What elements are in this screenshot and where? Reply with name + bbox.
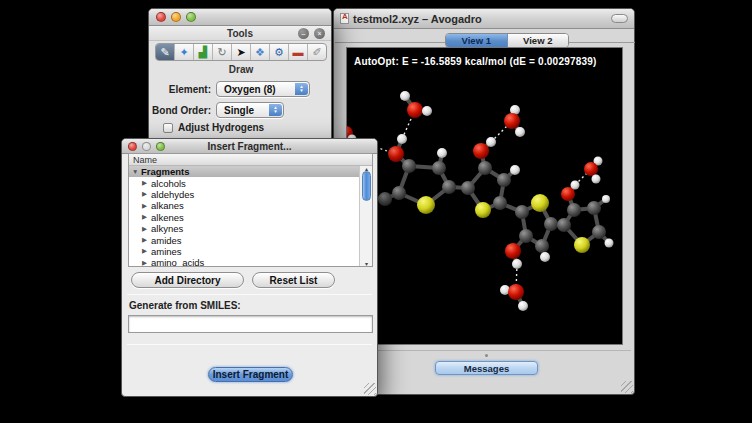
fragment-label: Fragments <box>141 166 190 177</box>
fragment-tree: ▼Fragments▶alcohols▶aldehydes▶alkanes▶al… <box>129 166 359 266</box>
gl-viewport[interactable]: AutoOpt: E = -16.5859 kcal/mol (dE = 0.0… <box>346 47 623 345</box>
expand-icon[interactable]: ▶ <box>142 247 151 255</box>
atom-C <box>461 181 475 195</box>
list-column-header[interactable]: Name <box>129 154 372 166</box>
bond-order-value: Single <box>217 105 254 116</box>
fragment-label: aldehydes <box>151 189 194 200</box>
divider <box>127 294 372 295</box>
splitter-handle[interactable] <box>485 354 488 357</box>
document-icon: A <box>340 13 349 24</box>
atom-C <box>557 218 571 232</box>
splitter-line[interactable] <box>339 350 631 351</box>
atom-C <box>544 217 558 231</box>
atom-C <box>497 173 511 187</box>
navigate-tool[interactable]: ✦ <box>175 44 194 60</box>
zoom-traffic-light[interactable] <box>186 12 196 22</box>
adjust-hydrogens-checkbox[interactable] <box>163 123 173 133</box>
collapse-icon[interactable]: ▼ <box>132 168 141 175</box>
element-value: Oxygen (8) <box>217 84 276 95</box>
fragment-label: alkynes <box>151 223 183 234</box>
atom-C <box>535 239 549 253</box>
selection-tool[interactable]: ➤ <box>232 44 251 60</box>
add-directory-button[interactable]: Add Directory <box>131 272 244 288</box>
dialog-titlebar[interactable]: Insert Fragment... <box>122 139 377 154</box>
tools-dock-title: Tools <box>227 28 253 39</box>
fragment-label: amides <box>151 235 182 246</box>
fragment-tree-item-alkenes[interactable]: ▶alkenes <box>129 212 359 223</box>
fragment-tree-item-aldehydes[interactable]: ▶aldehydes <box>129 189 359 200</box>
draw-tool[interactable]: ✎ <box>156 44 175 60</box>
element-dropdown[interactable]: Oxygen (8) ▲▼ <box>216 81 310 97</box>
scroll-down-icon[interactable]: ▾ <box>360 260 372 266</box>
main-window: A testmol2.xyz – Avogadro View 1 View 2 <box>333 8 635 395</box>
auto-optimize-tool[interactable]: ⚙ <box>270 44 289 60</box>
view-tab-strip: View 1 View 2 <box>335 30 635 48</box>
atom-O <box>505 243 521 259</box>
atom-C <box>478 161 492 175</box>
divider <box>127 344 372 345</box>
align-tool[interactable]: ✐ <box>308 44 326 60</box>
dock-float-icon[interactable]: – <box>298 28 309 39</box>
fragment-label: alcohols <box>151 178 186 189</box>
resize-grip[interactable] <box>621 381 633 393</box>
minimize-traffic-light[interactable] <box>171 12 181 22</box>
measure-tool[interactable]: ▬ <box>289 44 308 60</box>
fragment-tree-item-alcohols[interactable]: ▶alcohols <box>129 177 359 188</box>
tools-window-titlebar[interactable] <box>149 9 331 26</box>
atom-C <box>519 229 533 243</box>
fragment-label: amino_acids <box>151 257 204 266</box>
dialog-title: Insert Fragment... <box>122 141 377 152</box>
atom-O <box>508 284 524 300</box>
toolbar-pill-button[interactable] <box>611 14 628 23</box>
align-pencil-icon: ✐ <box>312 47 321 58</box>
element-label: Element: <box>149 84 211 95</box>
atom-H <box>540 252 550 262</box>
expand-icon[interactable]: ▶ <box>142 259 151 266</box>
stepper-arrows-icon: ▲▼ <box>295 83 308 95</box>
tools-toolbar: ✎✦▟↻➤❖⚙▬✐ <box>155 43 327 61</box>
scrollbar[interactable]: ▴ ▾ <box>359 166 372 266</box>
navigate-star-icon: ✦ <box>179 47 188 58</box>
atom-S <box>574 237 590 253</box>
reset-list-button[interactable]: Reset List <box>252 272 335 288</box>
fragment-tree-item-amides[interactable]: ▶amides <box>129 234 359 245</box>
auto-rotate-tool[interactable]: ❖ <box>251 44 270 60</box>
atom-S <box>475 202 491 218</box>
atom-H <box>510 165 520 175</box>
fragment-tree-item-alkynes[interactable]: ▶alkynes <box>129 223 359 234</box>
scrollbar-thumb[interactable] <box>362 171 371 201</box>
atom-O <box>584 162 598 176</box>
expand-icon[interactable]: ▶ <box>142 236 151 244</box>
smiles-input[interactable] <box>128 315 373 333</box>
messages-button[interactable]: Messages <box>435 361 538 375</box>
fragment-tree-item-alkanes[interactable]: ▶alkanes <box>129 200 359 211</box>
dock-close-icon[interactable]: × <box>314 28 325 39</box>
smiles-label: Generate from SMILES: <box>129 300 241 311</box>
bond-centric-tool[interactable]: ▟ <box>194 44 213 60</box>
expand-icon[interactable]: ▶ <box>142 190 151 198</box>
fragment-tree-item-amines[interactable]: ▶amines <box>129 246 359 257</box>
tools-dock-header[interactable]: Tools – × <box>149 26 331 41</box>
autoopt-status-text: AutoOpt: E = -16.5859 kcal/mol (dE = 0.0… <box>354 56 596 67</box>
main-window-titlebar[interactable]: A testmol2.xyz – Avogadro <box>334 9 634 29</box>
fragment-list: Name ▼Fragments▶alcohols▶aldehydes▶alkan… <box>128 153 373 267</box>
fragment-tree-item-fragments[interactable]: ▼Fragments <box>129 166 359 177</box>
fragment-tree-item-amino_acids[interactable]: ▶amino_acids <box>129 257 359 266</box>
atom-H <box>400 91 410 101</box>
resize-grip[interactable] <box>364 383 376 395</box>
expand-icon[interactable]: ▶ <box>142 213 151 221</box>
expand-icon[interactable]: ▶ <box>142 179 151 187</box>
expand-icon[interactable]: ▶ <box>142 202 151 210</box>
bond-order-dropdown[interactable]: Single ▲▼ <box>216 102 284 118</box>
atom-C <box>567 203 581 217</box>
close-traffic-light[interactable] <box>156 12 166 22</box>
atom-H <box>571 181 580 190</box>
atom-C <box>587 201 601 215</box>
manipulate-tool[interactable]: ↻ <box>213 44 232 60</box>
insert-fragment-button[interactable]: Insert Fragment <box>208 367 293 382</box>
atom-H <box>486 137 496 147</box>
tab-view-2[interactable]: View 2 <box>508 34 569 47</box>
tab-view-1[interactable]: View 1 <box>446 34 508 47</box>
expand-icon[interactable]: ▶ <box>142 225 151 233</box>
bond-order-label: Bond Order: <box>149 105 211 116</box>
